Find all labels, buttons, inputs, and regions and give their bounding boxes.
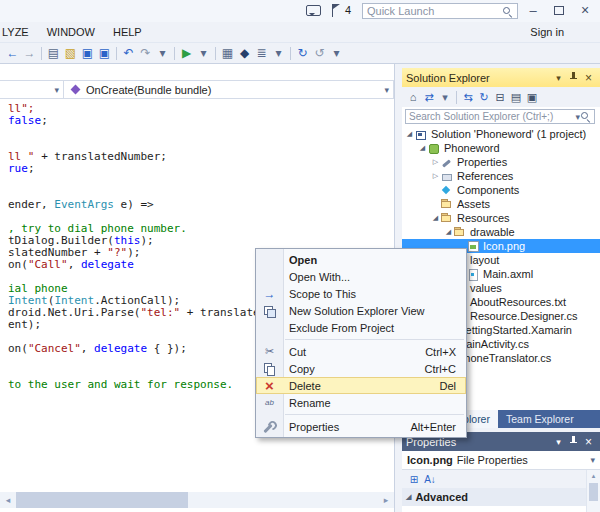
switch-views-icon[interactable]: ⇄ — [421, 91, 437, 104]
menu-help[interactable]: HELP — [113, 26, 142, 38]
collapsed-arrow-icon[interactable] — [430, 158, 441, 166]
sort-alphabetical-icon[interactable]: A↓ — [422, 474, 438, 485]
start-debug-icon[interactable]: ▶ — [178, 46, 195, 60]
menu-item-open-with[interactable]: Open With... — [256, 268, 466, 285]
menu-item-cut[interactable]: CutCtrl+X — [256, 343, 466, 360]
collapsed-arrow-icon[interactable] — [430, 172, 441, 180]
undo-dropdown-icon[interactable]: ▾ — [154, 46, 171, 60]
menu-lyze[interactable]: LYZE — [2, 26, 29, 38]
close-icon[interactable] — [581, 434, 596, 449]
scrollbar-thumb[interactable] — [589, 483, 598, 501]
build-icon[interactable]: ▦ — [219, 46, 236, 60]
horizontal-scrollbar[interactable] — [0, 492, 394, 508]
properties-scrollbar[interactable] — [586, 470, 600, 512]
delete-icon — [256, 377, 283, 394]
scroll-right-arrow[interactable] — [378, 492, 394, 508]
tool-tab-team-explorer[interactable]: Team Explorer — [498, 410, 582, 428]
menu-item-new-solution-explorer-view[interactable]: New Solution Explorer View — [256, 302, 466, 319]
types-combobox[interactable] — [0, 81, 64, 98]
categorized-icon[interactable]: ⊞ — [406, 474, 422, 485]
home-icon[interactable]: ⌂ — [405, 91, 421, 103]
tree-item-label: Main.axml — [483, 268, 533, 280]
toolbar-separator — [456, 91, 457, 104]
scroll-up-arrow[interactable] — [587, 470, 600, 482]
minimize-button[interactable] — [520, 0, 546, 20]
pin-icon[interactable] — [566, 70, 581, 85]
references-icon — [441, 171, 453, 182]
pin-icon[interactable] — [566, 434, 581, 449]
collapse-all-icon[interactable]: ⊟ — [492, 91, 508, 104]
tree-item-label: Properties — [457, 156, 507, 168]
menu-window[interactable]: WINDOW — [47, 26, 95, 38]
comment-icon[interactable]: ≣ — [253, 46, 270, 60]
expanded-arrow-icon[interactable] — [443, 228, 454, 236]
tree-item-components[interactable]: Components — [402, 183, 600, 197]
menu-item-open[interactable]: Open — [256, 251, 466, 268]
tree-item-solution-phoneword-1-project[interactable]: Solution 'Phoneword' (1 project) — [402, 127, 600, 141]
menu-item-label: Open — [289, 254, 317, 266]
solution-explorer-search-input[interactable]: Search Solution Explorer (Ctrl+;) — [405, 109, 595, 124]
properties-icon[interactable]: ▣ — [524, 91, 540, 104]
menu-item-exclude-from-project[interactable]: Exclude From Project — [256, 319, 466, 336]
menu-item-properties[interactable]: PropertiesAlt+Enter — [256, 418, 466, 435]
refresh-icon[interactable]: ↻ — [476, 91, 492, 104]
sign-in-button[interactable]: Sign in — [530, 26, 564, 38]
menu-item-shortcut: Del — [439, 380, 456, 392]
save-icon[interactable]: ▣ — [79, 46, 96, 60]
members-combobox[interactable]: OnCreate(Bundle bundle) — [64, 81, 394, 98]
window-position-icon[interactable] — [551, 434, 566, 449]
menu-bar: LYZEWINDOWHELP Sign in — [0, 22, 600, 42]
new-view-icon — [256, 302, 283, 319]
undo-icon[interactable]: ↶ — [120, 46, 137, 60]
views-dropdown-icon[interactable]: ▾ — [437, 91, 453, 104]
menu-item-delete[interactable]: DeleteDel — [256, 377, 466, 394]
expanded-arrow-icon[interactable] — [417, 144, 428, 152]
menu-separator — [285, 339, 464, 340]
bookmark-icon[interactable]: ◆ — [236, 46, 253, 60]
feedback-icon[interactable] — [306, 5, 321, 16]
tree-item-drawable[interactable]: drawable — [402, 225, 600, 239]
code-line — [8, 127, 394, 139]
menu-item-rename[interactable]: Rename — [256, 394, 466, 411]
sync-icon[interactable]: ↺ — [311, 46, 328, 60]
window-position-icon[interactable] — [551, 70, 566, 85]
tree-item-properties[interactable]: Properties — [402, 155, 600, 169]
new-file-icon[interactable]: ▤ — [45, 46, 62, 60]
start-dropdown-icon[interactable]: ▾ — [195, 46, 212, 60]
tree-item-label: Resource.Designer.cs — [470, 310, 578, 322]
maximize-button[interactable] — [546, 0, 572, 20]
menu-item-scope-to-this[interactable]: Scope to This — [256, 285, 466, 302]
scope-to-this-icon — [256, 285, 283, 302]
close-button[interactable] — [572, 0, 598, 20]
tree-item-phoneword[interactable]: Phoneword — [402, 141, 600, 155]
navigate-back-icon[interactable]: ← — [4, 46, 21, 60]
redo-icon[interactable]: ↷ — [137, 46, 154, 60]
notifications-flag-icon[interactable] — [331, 4, 341, 17]
sync-active-document-icon[interactable]: ⇆ — [460, 91, 476, 104]
expanded-arrow-icon[interactable] — [404, 130, 415, 138]
tree-item-references[interactable]: References — [402, 169, 600, 183]
tree-item-assets[interactable]: Assets — [402, 197, 600, 211]
more-dropdown-icon[interactable]: ▾ — [328, 46, 345, 60]
properties-object-combobox[interactable]: Icon.png File Properties — [402, 451, 600, 470]
menu-icon-slot — [256, 251, 283, 268]
quick-launch-placeholder: Quick Launch — [367, 5, 434, 17]
quick-launch-input[interactable]: Quick Launch — [362, 3, 518, 19]
expanded-arrow-icon[interactable] — [430, 214, 441, 222]
close-icon[interactable] — [581, 70, 596, 85]
components-icon — [441, 185, 453, 196]
navigate-forward-icon[interactable]: → — [21, 46, 38, 60]
property-category-advanced[interactable]: Advanced — [402, 488, 586, 506]
comment-dropdown-icon[interactable]: ▾ — [270, 46, 287, 60]
tree-item-resources[interactable]: Resources — [402, 211, 600, 225]
open-file-icon[interactable]: ▧ — [62, 46, 79, 60]
scroll-left-arrow[interactable] — [0, 492, 16, 508]
show-all-files-icon[interactable]: ▤ — [508, 91, 524, 104]
scrollbar-thumb[interactable] — [16, 492, 188, 508]
menu-item-label: Open With... — [289, 271, 350, 283]
save-all-icon[interactable]: ▣ — [96, 46, 113, 60]
tree-item-label: Icon.png — [483, 240, 525, 252]
menu-item-copy[interactable]: CopyCtrl+C — [256, 360, 466, 377]
refresh-icon[interactable]: ↻ — [294, 46, 311, 60]
object-name: Icon.png — [407, 454, 453, 466]
